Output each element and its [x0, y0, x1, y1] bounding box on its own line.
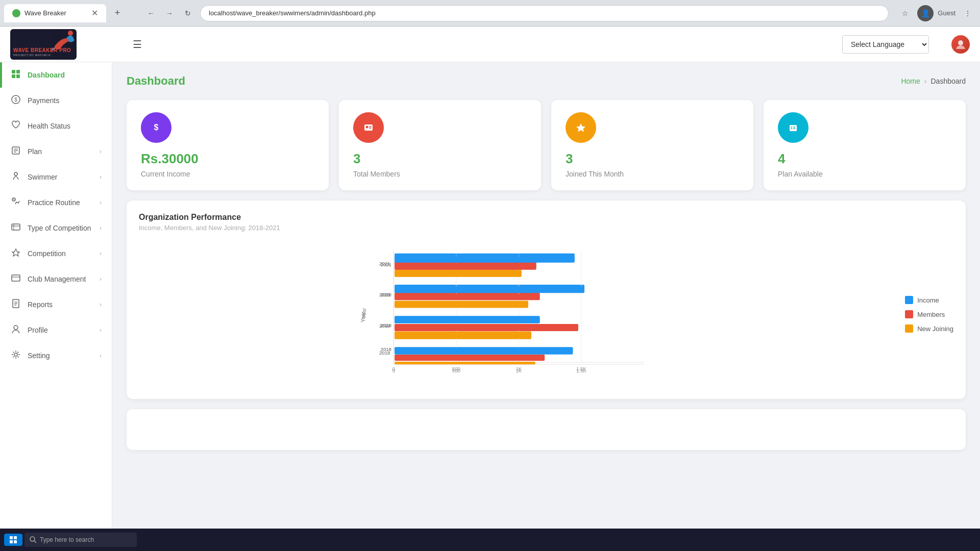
tab-title: Wave Breaker — [24, 9, 66, 17]
sidebar-item-swimmer[interactable]: Swimmer › — [0, 164, 112, 190]
bookmark-button[interactable]: ☆ — [897, 5, 913, 21]
language-dropdown[interactable]: Select Language English Hindi Spanish — [842, 35, 929, 54]
sidebar-item-dashboard[interactable]: Dashboard — [0, 62, 112, 88]
sidebar-item-plan[interactable]: Plan › — [0, 139, 112, 164]
user-avatar[interactable] — [951, 35, 970, 54]
practice-icon — [10, 197, 21, 208]
svg-point-99 — [30, 537, 35, 541]
health-icon — [10, 120, 21, 132]
legend-income-label: Income — [917, 296, 939, 304]
breadcrumb-home[interactable]: Home — [901, 77, 920, 85]
sidebar-item-profile[interactable]: Profile › — [0, 317, 112, 343]
sidebar-label-club: Club Management — [28, 275, 86, 283]
sidebar-label-setting: Setting — [28, 352, 50, 360]
svg-text:$: $ — [154, 123, 159, 132]
sidebar-label-swimmer: Swimmer — [28, 173, 57, 181]
svg-point-0 — [14, 11, 19, 16]
browser-right: ☆ 👤 Guest ⋮ — [897, 5, 976, 21]
sidebar: Dashboard $ Payments Health Status Plan — [0, 62, 112, 529]
empty-card — [127, 409, 966, 450]
logo-area: WAVE BREAKER PRO PROJECT BY MAYURI K. — [10, 29, 122, 60]
new-tab-button[interactable]: + — [110, 6, 125, 20]
page-content: Dashboard Home › Dashboard $ Rs.30000 Cu… — [112, 62, 980, 529]
svg-rect-94 — [395, 362, 535, 364]
joined-value: 3 — [566, 151, 739, 167]
sidebar-item-competition[interactable]: Competition › — [0, 241, 112, 266]
joined-icon-circle — [566, 112, 596, 143]
tab-favicon — [12, 9, 20, 17]
sidebar-item-practice-routine[interactable]: Practice Routine › — [0, 190, 112, 215]
browser-controls: ← → ↻ — [143, 5, 196, 21]
chart-card: Organization Performance Income, Members… — [127, 201, 966, 399]
logo-brand: WAVE BREAKER PRO — [13, 47, 74, 54]
income-label: Current Income — [141, 170, 314, 178]
start-button[interactable] — [4, 534, 22, 546]
legend-income-dot — [905, 296, 913, 304]
navbar-right — [939, 35, 970, 54]
members-label: Total Members — [353, 170, 527, 178]
legend-new-joining-dot — [905, 324, 913, 333]
breadcrumb-current: Dashboard — [931, 77, 966, 85]
more-options-button[interactable]: ⋮ — [960, 5, 976, 21]
address-bar[interactable]: localhost/wave_breaker/swwimers/admin/da… — [200, 5, 889, 21]
members-icon-circle — [353, 112, 384, 143]
back-button[interactable]: ← — [143, 5, 159, 21]
svg-point-31 — [366, 126, 369, 129]
type-competition-icon — [10, 222, 21, 234]
stat-card-members: 3 Total Members — [339, 100, 541, 190]
app-window: WAVE BREAKER PRO PROJECT BY MAYURI K. ☰ … — [0, 27, 980, 529]
sidebar-item-health-status[interactable]: Health Status — [0, 113, 112, 139]
svg-line-100 — [34, 541, 36, 543]
sidebar-label-dashboard: Dashboard — [28, 71, 65, 79]
sidebar-label-reports: Reports — [28, 300, 53, 309]
svg-rect-16 — [12, 224, 20, 230]
payments-icon: $ — [10, 95, 21, 106]
user-label: Guest — [938, 9, 955, 17]
logo-sub: PROJECT BY MAYURI K. — [13, 54, 74, 57]
competition-chevron-icon: › — [100, 250, 102, 257]
taskbar-search-placeholder: Type here to search — [40, 536, 94, 543]
svg-rect-96 — [14, 536, 17, 539]
hamburger-button[interactable]: ☰ — [133, 38, 142, 51]
svg-rect-84 — [395, 287, 584, 293]
svg-rect-86 — [395, 301, 528, 307]
language-select-wrapper[interactable]: Select Language English Hindi Spanish — [842, 35, 929, 54]
svg-rect-97 — [10, 540, 13, 543]
navbar-center: ☰ Select Language English Hindi Spanish — [122, 35, 939, 54]
chart-legend: Income Members New Joining — [900, 242, 953, 387]
plans-label: Plan Available — [778, 170, 951, 178]
setting-icon — [10, 350, 21, 361]
svg-rect-6 — [16, 74, 20, 78]
sidebar-item-reports[interactable]: Reports › — [0, 292, 112, 317]
browser-tab[interactable]: Wave Breaker ✕ — [4, 4, 106, 22]
url-text: localhost/wave_breaker/swwimers/admin/da… — [209, 9, 376, 17]
refresh-button[interactable]: ↻ — [180, 5, 196, 21]
legend-members: Members — [905, 310, 953, 318]
reports-chevron-icon: › — [100, 301, 102, 308]
stat-card-plans: 4 Plan Available — [764, 100, 966, 190]
sidebar-label-plan: Plan — [28, 147, 42, 156]
sidebar-label-payments: Payments — [28, 96, 59, 105]
svg-text:2018: 2018 — [381, 346, 391, 352]
svg-rect-3 — [12, 70, 15, 73]
sidebar-item-setting[interactable]: Setting › — [0, 343, 112, 368]
svg-rect-93 — [395, 355, 545, 361]
members-value: 3 — [353, 151, 527, 167]
practice-chevron-icon: › — [100, 199, 102, 206]
main-content: Dashboard $ Payments Health Status Plan — [0, 62, 980, 529]
legend-income: Income — [905, 296, 953, 304]
svg-point-1 — [68, 31, 73, 36]
user-menu[interactable]: 👤 — [917, 5, 934, 21]
sidebar-label-competition: Competition — [28, 249, 66, 258]
sidebar-item-club-management[interactable]: Club Management › — [0, 266, 112, 292]
chart-subtitle: Income, Members, and New Joining: 2018-2… — [139, 224, 953, 232]
taskbar: Type here to search — [0, 529, 980, 551]
svg-rect-30 — [364, 124, 373, 131]
tab-close-btn[interactable]: ✕ — [91, 8, 98, 18]
svg-point-13 — [14, 172, 17, 176]
sidebar-label-practice: Practice Routine — [28, 198, 80, 207]
sidebar-item-type-competition[interactable]: Type of Competition › — [0, 215, 112, 241]
sidebar-item-payments[interactable]: $ Payments — [0, 88, 112, 113]
taskbar-search[interactable]: Type here to search — [24, 533, 137, 547]
forward-button[interactable]: → — [161, 5, 178, 21]
